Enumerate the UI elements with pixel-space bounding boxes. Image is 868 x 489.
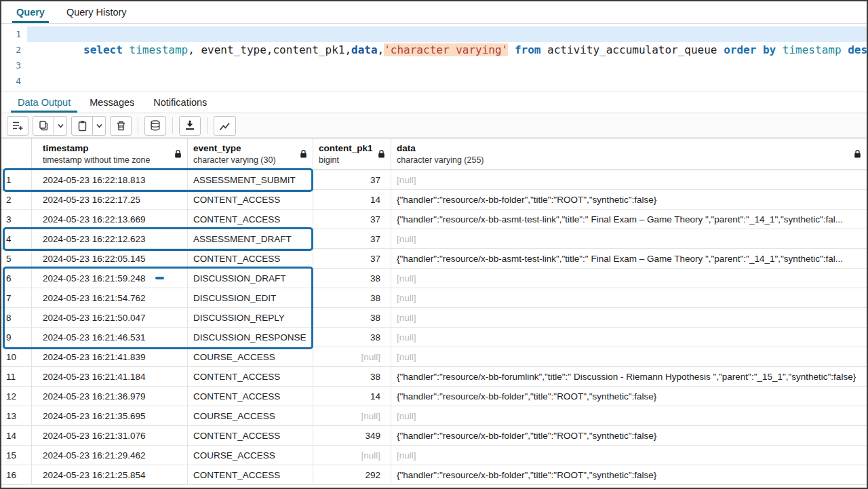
- cell-event-type[interactable]: CONTENT_ACCESS: [188, 465, 313, 484]
- cell-timestamp[interactable]: 2024-05-23 16:21:46.531: [32, 328, 188, 347]
- cell-content-pk1[interactable]: 14: [313, 387, 391, 406]
- copy-button[interactable]: [33, 116, 54, 136]
- cell-content-pk1[interactable]: [null]: [313, 347, 391, 366]
- cell-event-type[interactable]: CONTENT_ACCESS: [188, 426, 313, 445]
- cell-data[interactable]: [null]: [391, 269, 867, 288]
- cell-content-pk1[interactable]: 37: [313, 170, 391, 189]
- add-row-button[interactable]: [7, 116, 28, 136]
- cell-timestamp[interactable]: 2024-05-23 16:21:25.854: [32, 465, 188, 484]
- cell-data[interactable]: [null]: [391, 308, 867, 327]
- cell-row-number[interactable]: 3: [1, 210, 32, 229]
- cell-content-pk1[interactable]: 37: [313, 249, 391, 268]
- cell-row-number[interactable]: 11: [1, 367, 32, 386]
- cell-row-number[interactable]: 13: [1, 406, 32, 425]
- sql-editor[interactable]: 1 2 3 4 select timestamp, event_type,con…: [1, 24, 867, 92]
- cell-data[interactable]: {"handler":"resource/x-bb-forumlink","ti…: [391, 367, 867, 386]
- cell-timestamp[interactable]: 2024-05-23 16:21:29.462: [32, 446, 188, 465]
- cell-content-pk1[interactable]: 14: [313, 190, 391, 209]
- cell-timestamp[interactable]: 2024-05-23 16:21:54.762: [32, 288, 188, 307]
- cell-data[interactable]: [null]: [391, 406, 867, 425]
- cell-event-type[interactable]: CONTENT_ACCESS: [188, 367, 313, 386]
- tab-query-history[interactable]: Query History: [56, 1, 138, 23]
- tab-data-output[interactable]: Data Output: [8, 92, 80, 113]
- cell-data[interactable]: [null]: [391, 229, 867, 248]
- cell-timestamp[interactable]: 2024-05-23 16:21:50.047: [32, 308, 188, 327]
- paste-dropdown-button[interactable]: [93, 116, 106, 136]
- cell-row-number[interactable]: 10: [1, 347, 32, 366]
- table-row[interactable]: 82024-05-23 16:21:50.047DISCUSSION_REPLY…: [1, 308, 867, 328]
- cell-event-type[interactable]: ASSESSMENT_DRAFT: [188, 229, 313, 248]
- header-data[interactable]: data character varying (255): [391, 138, 867, 170]
- cell-row-number[interactable]: 7: [1, 288, 32, 307]
- cell-row-number[interactable]: 12: [1, 387, 32, 406]
- cell-timestamp[interactable]: 2024-05-23 16:22:05.145: [32, 249, 188, 268]
- header-timestamp[interactable]: timestamp timestamp without time zone: [32, 138, 188, 170]
- cell-data[interactable]: [null]: [391, 328, 867, 347]
- cell-content-pk1[interactable]: 38: [313, 328, 391, 347]
- cell-event-type[interactable]: DISCUSSION_DRAFT: [188, 269, 313, 288]
- table-row[interactable]: 62024-05-23 16:21:59.248DISCUSSION_DRAFT…: [1, 269, 867, 288]
- cell-timestamp[interactable]: 2024-05-23 16:21:35.695: [32, 406, 188, 425]
- cell-row-number[interactable]: 9: [1, 328, 32, 347]
- table-row[interactable]: 112024-05-23 16:21:41.184CONTENT_ACCESS3…: [1, 367, 867, 387]
- cell-row-number[interactable]: 8: [1, 308, 32, 327]
- save-results-to-file-button[interactable]: [179, 116, 201, 136]
- header-content-pk1[interactable]: content_pk1 bigint: [313, 138, 391, 170]
- graph-visualiser-button[interactable]: [214, 116, 236, 136]
- cell-data[interactable]: {"handler":"resource/x-bb-folder","title…: [391, 190, 867, 209]
- tab-query[interactable]: Query: [5, 1, 56, 23]
- copy-dropdown-button[interactable]: [54, 116, 67, 136]
- table-row[interactable]: 42024-05-23 16:22:12.623ASSESSMENT_DRAFT…: [1, 229, 867, 249]
- table-row[interactable]: 152024-05-23 16:21:29.462COURSE_ACCESS[n…: [1, 446, 867, 465]
- cell-content-pk1[interactable]: 38: [313, 308, 391, 327]
- cell-data[interactable]: [null]: [391, 288, 867, 307]
- table-row[interactable]: 52024-05-23 16:22:05.145CONTENT_ACCESS37…: [1, 249, 867, 269]
- cell-timestamp[interactable]: 2024-05-23 16:22:18.813: [32, 170, 188, 189]
- tab-messages[interactable]: Messages: [80, 92, 144, 113]
- cell-event-type[interactable]: CONTENT_ACCESS: [188, 249, 313, 268]
- cell-row-number[interactable]: 4: [1, 229, 32, 248]
- cell-data[interactable]: {"handler":"resource/x-bb-folder","title…: [391, 465, 867, 484]
- cell-timestamp[interactable]: 2024-05-23 16:21:41.184: [32, 367, 188, 386]
- cell-content-pk1[interactable]: 38: [313, 288, 391, 307]
- cell-content-pk1[interactable]: 38: [313, 269, 391, 288]
- tab-notifications[interactable]: Notifications: [144, 92, 216, 113]
- cell-data[interactable]: {"handler":"resource/x-bb-asmt-test-link…: [391, 249, 867, 268]
- cell-content-pk1[interactable]: [null]: [313, 446, 391, 465]
- cell-content-pk1[interactable]: 37: [313, 210, 391, 229]
- table-row[interactable]: 142024-05-23 16:21:31.076CONTENT_ACCESS3…: [1, 426, 867, 446]
- cell-data[interactable]: {"handler":"resource/x-bb-folder","title…: [391, 387, 867, 406]
- table-row[interactable]: 12024-05-23 16:22:18.813ASSESSMENT_SUBMI…: [1, 170, 867, 190]
- delete-row-button[interactable]: [110, 116, 132, 136]
- cell-data[interactable]: [null]: [391, 446, 867, 465]
- cell-event-type[interactable]: DISCUSSION_RESPONSE: [188, 328, 313, 347]
- save-data-changes-button[interactable]: [144, 116, 166, 136]
- cell-timestamp[interactable]: 2024-05-23 16:21:41.839: [32, 347, 188, 366]
- cell-timestamp[interactable]: 2024-05-23 16:21:36.979: [32, 387, 188, 406]
- table-row[interactable]: 122024-05-23 16:21:36.979CONTENT_ACCESS1…: [1, 387, 867, 406]
- cell-timestamp[interactable]: 2024-05-23 16:22:12.623: [32, 229, 188, 248]
- cell-event-type[interactable]: DISCUSSION_REPLY: [188, 308, 313, 327]
- cell-event-type[interactable]: ASSESSMENT_SUBMIT: [188, 170, 313, 189]
- table-row[interactable]: 22024-05-23 16:22:17.25CONTENT_ACCESS14{…: [1, 190, 867, 210]
- table-row[interactable]: 162024-05-23 16:21:25.854CONTENT_ACCESS2…: [1, 465, 867, 485]
- cell-event-type[interactable]: CONTENT_ACCESS: [188, 210, 313, 229]
- cell-timestamp[interactable]: 2024-05-23 16:22:13.669: [32, 210, 188, 229]
- cell-row-number[interactable]: 1: [1, 170, 32, 189]
- cell-event-type[interactable]: CONTENT_ACCESS: [188, 387, 313, 406]
- table-row[interactable]: 102024-05-23 16:21:41.839COURSE_ACCESS[n…: [1, 347, 867, 367]
- cell-timestamp[interactable]: 2024-05-23 16:21:31.076: [32, 426, 188, 445]
- cell-row-number[interactable]: 2: [1, 190, 32, 209]
- cell-data[interactable]: {"handler":"resource/x-bb-asmt-test-link…: [391, 210, 867, 229]
- table-row[interactable]: 92024-05-23 16:21:46.531DISCUSSION_RESPO…: [1, 328, 867, 347]
- cell-event-type[interactable]: COURSE_ACCESS: [188, 406, 313, 425]
- cell-event-type[interactable]: COURSE_ACCESS: [188, 446, 313, 465]
- cell-row-number[interactable]: 15: [1, 446, 32, 465]
- cell-timestamp[interactable]: 2024-05-23 16:21:59.248: [32, 269, 188, 288]
- cell-content-pk1[interactable]: 292: [313, 465, 391, 484]
- cell-row-number[interactable]: 6: [1, 269, 32, 288]
- cell-content-pk1[interactable]: 37: [313, 229, 391, 248]
- cell-data[interactable]: [null]: [391, 347, 867, 366]
- table-row[interactable]: 32024-05-23 16:22:13.669CONTENT_ACCESS37…: [1, 210, 867, 229]
- cell-data[interactable]: {"handler":"resource/x-bb-folder","title…: [391, 426, 867, 445]
